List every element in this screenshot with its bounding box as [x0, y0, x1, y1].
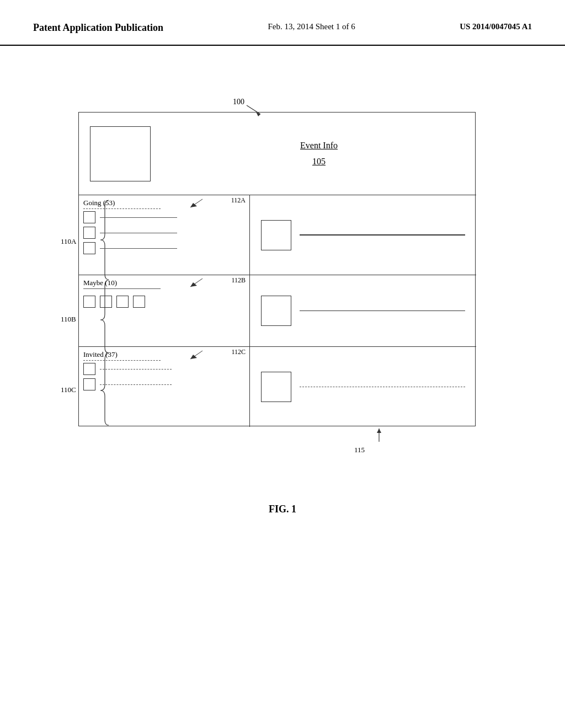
event-info-label: Event Info 105 — [300, 138, 338, 170]
right-row-b — [250, 275, 476, 347]
main-diagram-box: Event Info 105 Going (53) 112A — [78, 112, 476, 426]
item-line-c2 — [100, 384, 172, 385]
event-image-placeholder — [90, 126, 151, 181]
ref-110b-label: 110B — [61, 315, 76, 324]
right-line-a — [300, 234, 465, 235]
section-b-items — [79, 295, 250, 309]
ref-115-label: 115 — [354, 446, 365, 454]
right-panel — [250, 195, 476, 427]
diagram-area: 100 Event Info 105 Going (53) — [45, 90, 520, 476]
section-b-label: Maybe (10) — [83, 279, 246, 287]
section-110b: Maybe (10) 112B — [79, 275, 250, 347]
figure-caption-text: FIG. 1 — [269, 504, 296, 515]
right-line-c — [300, 387, 465, 387]
item-box-a2 — [83, 227, 95, 239]
ref-112c-label: 112C — [231, 348, 246, 356]
item-line-c1 — [100, 369, 172, 370]
header-left-label: Patent Application Publication — [33, 22, 163, 34]
header-right-label: US 2014/0047045 A1 — [460, 22, 532, 31]
item-box-b2 — [100, 296, 112, 308]
ref-110c-label: 110C — [61, 386, 76, 394]
item-box-b3 — [116, 296, 129, 308]
item-box-a1 — [83, 211, 95, 223]
section-c-items — [79, 362, 250, 392]
right-box-a — [261, 220, 291, 250]
right-line-b — [300, 311, 465, 312]
item-line-a1 — [100, 217, 177, 218]
ref-110a-label: 110A — [61, 237, 76, 246]
svg-marker-9 — [377, 429, 381, 433]
item-line-a3 — [100, 248, 177, 249]
ref-112b-label: 112B — [231, 276, 246, 285]
figure-caption: FIG. 1 — [0, 504, 565, 515]
section-a-items — [79, 210, 250, 255]
header-center-label: Feb. 13, 2014 Sheet 1 of 6 — [268, 22, 355, 31]
item-box-b4 — [133, 296, 145, 308]
right-box-b — [261, 296, 291, 326]
item-box-b1 — [83, 296, 95, 308]
left-panel: Going (53) 112A — [79, 195, 250, 427]
section-110a: Going (53) 112A — [79, 195, 250, 275]
page-header: Patent Application Publication Feb. 13, … — [0, 0, 565, 46]
main-content: 100 Event Info 105 Going (53) — [0, 46, 565, 498]
item-line-a2 — [100, 233, 177, 233]
item-box-c2 — [83, 378, 95, 390]
section-c-label: Invited (37) — [83, 350, 246, 359]
section-110c: Invited (37) 112C — [79, 347, 250, 427]
right-row-a — [250, 195, 476, 275]
section-a-label: Going (53) — [83, 199, 246, 207]
item-box-a3 — [83, 242, 95, 254]
ref-100-label: 100 — [233, 98, 244, 106]
ref-112a-label: 112A — [231, 196, 246, 205]
right-row-c — [250, 347, 476, 427]
right-box-c — [261, 372, 291, 402]
item-box-c1 — [83, 363, 95, 375]
top-section: Event Info 105 — [79, 113, 476, 195]
